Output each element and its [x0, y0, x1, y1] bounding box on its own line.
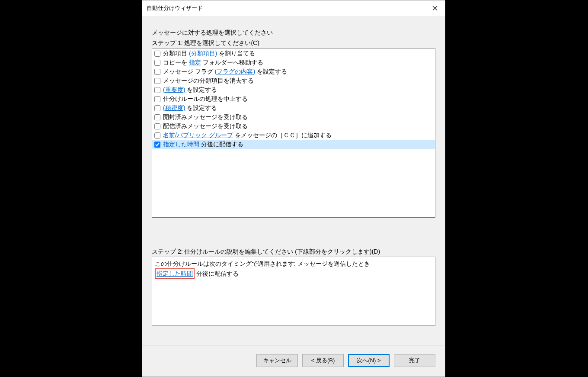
step1-label: ステップ 1: 処理を選択してください(C): [152, 39, 435, 47]
action-checkbox-10[interactable]: [154, 142, 160, 148]
action-text-1: コピーを 指定 フォルダーへ移動する: [163, 58, 263, 67]
action-text-2: メッセージ フラグ (フラグの内容) を設定する: [163, 67, 287, 76]
action-checkbox-9[interactable]: [154, 132, 160, 139]
action-checkbox-6[interactable]: [154, 105, 160, 111]
action-item-6[interactable]: (秘密度) を設定する: [152, 103, 435, 113]
action-text-5: 仕分けルールの処理を中止する: [163, 94, 248, 103]
dialog-titlebar: 自動仕分けウィザード: [142, 0, 445, 16]
finish-button[interactable]: 完了: [394, 354, 435, 367]
action-text-6: (秘密度) を設定する: [163, 103, 217, 113]
cancel-button[interactable]: キャンセル: [256, 354, 298, 367]
action-link-4[interactable]: (重要度): [163, 86, 185, 93]
instruction-text: メッセージに対する処理を選択してください: [152, 29, 435, 37]
dialog-content: メッセージに対する処理を選択してください ステップ 1: 処理を選択してください…: [142, 16, 445, 345]
desc-specified-time-link[interactable]: 指定した時間: [157, 270, 193, 277]
rules-wizard-dialog: 自動仕分けウィザード メッセージに対する処理を選択してください ステップ 1: …: [142, 0, 445, 377]
action-text-10: 指定した時間 分後に配信する: [163, 140, 243, 149]
action-item-0[interactable]: 分類項目 (分類項目) を割り当てる: [152, 49, 435, 58]
action-text-3: メッセージの分類項目を消去する: [163, 76, 254, 85]
action-item-10[interactable]: 指定した時間 分後に配信する: [152, 140, 435, 149]
action-text-4: (重要度) を設定する: [163, 85, 217, 94]
action-item-8[interactable]: 配信済みメッセージを受け取る: [152, 122, 435, 131]
desc-line-2: 指定した時間 分後に配信する: [155, 268, 432, 279]
action-link-2[interactable]: (フラグの内容): [215, 68, 255, 75]
action-link-6[interactable]: (秘密度): [163, 104, 185, 111]
action-link-10[interactable]: 指定した時間: [163, 141, 199, 148]
action-item-4[interactable]: (重要度) を設定する: [152, 85, 435, 94]
close-icon: [432, 6, 438, 11]
action-link-9[interactable]: 名前/パブリック グループ: [163, 132, 233, 139]
action-item-1[interactable]: コピーを 指定 フォルダーへ移動する: [152, 58, 435, 67]
back-button[interactable]: < 戻る(B): [302, 354, 344, 367]
rule-description-box[interactable]: この仕分けルールは次のタイミングで適用されます: メッセージを送信したとき 指定…: [152, 257, 435, 326]
next-button[interactable]: 次へ(N) >: [348, 354, 390, 367]
step2-section: ステップ 2: 仕分けルールの説明を編集してください (下線部分をクリックします…: [152, 248, 435, 326]
action-text-7: 開封済みメッセージを受け取る: [163, 113, 248, 122]
step2-label: ステップ 2: 仕分けルールの説明を編集してください (下線部分をクリックします…: [152, 248, 435, 256]
action-item-5[interactable]: 仕分けルールの処理を中止する: [152, 94, 435, 103]
action-item-3[interactable]: メッセージの分類項目を消去する: [152, 76, 435, 85]
dialog-footer: キャンセル < 戻る(B) 次へ(N) > 完了: [142, 345, 445, 377]
close-button[interactable]: [425, 0, 445, 16]
spacer: [152, 326, 435, 345]
action-item-7[interactable]: 開封済みメッセージを受け取る: [152, 113, 435, 122]
action-checkbox-2[interactable]: [154, 69, 160, 75]
action-checkbox-7[interactable]: [154, 114, 160, 120]
dialog-title: 自動仕分けウィザード: [147, 4, 203, 12]
action-checkbox-3[interactable]: [154, 78, 160, 84]
action-text-8: 配信済みメッセージを受け取る: [163, 122, 248, 131]
action-checkbox-8[interactable]: [154, 123, 160, 129]
action-link-1[interactable]: 指定: [189, 59, 201, 66]
actions-listbox[interactable]: 分類項目 (分類項目) を割り当てるコピーを 指定 フォルダーへ移動するメッセー…: [152, 48, 435, 218]
action-item-9[interactable]: 名前/パブリック グループ をメッセージの［ＣＣ］に追加する: [152, 131, 435, 140]
desc-line-2-post: 分後に配信する: [195, 270, 239, 277]
action-item-2[interactable]: メッセージ フラグ (フラグの内容) を設定する: [152, 67, 435, 76]
action-text-9: 名前/パブリック グループ をメッセージの［ＣＣ］に追加する: [163, 131, 332, 140]
action-text-0: 分類項目 (分類項目) を割り当てる: [163, 49, 255, 58]
action-link-0[interactable]: (分類項目): [189, 50, 217, 57]
action-checkbox-4[interactable]: [154, 87, 160, 93]
action-checkbox-5[interactable]: [154, 96, 160, 102]
action-checkbox-0[interactable]: [154, 51, 160, 57]
desc-line-1: この仕分けルールは次のタイミングで適用されます: メッセージを送信したとき: [155, 259, 432, 268]
desc-highlight-box: 指定した時間: [155, 268, 195, 279]
action-checkbox-1[interactable]: [154, 60, 160, 66]
